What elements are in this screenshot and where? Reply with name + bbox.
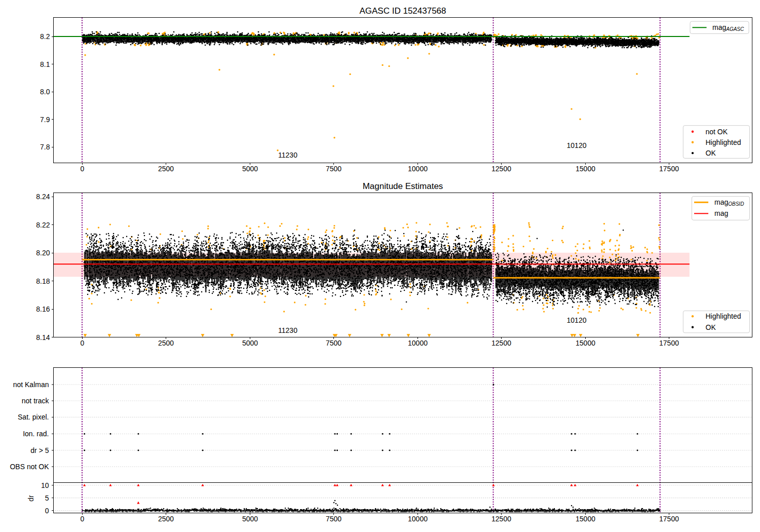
svg-text:8.20: 8.20 (36, 249, 50, 257)
svg-text:not Kalman: not Kalman (13, 381, 49, 389)
svg-text:Highlighted: Highlighted (706, 138, 741, 146)
svg-text:10120: 10120 (567, 141, 587, 149)
svg-text:0: 0 (81, 165, 85, 173)
svg-text:2500: 2500 (158, 339, 174, 347)
svg-text:8.14: 8.14 (36, 333, 50, 341)
svg-text:5000: 5000 (242, 165, 258, 173)
svg-text:8.1: 8.1 (40, 60, 50, 68)
svg-text:0: 0 (81, 339, 85, 347)
svg-text:Sat. pixel.: Sat. pixel. (18, 413, 49, 421)
svg-text:5000: 5000 (242, 339, 258, 347)
svg-text:AGASC ID 152437568: AGASC ID 152437568 (359, 6, 446, 16)
svg-text:Magnitude Estimates: Magnitude Estimates (363, 181, 443, 191)
svg-text:OBS not OK: OBS not OK (10, 463, 49, 471)
svg-text:5: 5 (45, 494, 49, 502)
svg-text:5000: 5000 (242, 515, 258, 523)
svg-text:11230: 11230 (278, 151, 297, 159)
svg-text:17500: 17500 (659, 515, 679, 523)
svg-text:8.22: 8.22 (36, 221, 50, 229)
svg-text:15000: 15000 (576, 515, 595, 523)
svg-text:15000: 15000 (576, 165, 595, 173)
svg-text:8.0: 8.0 (40, 88, 50, 96)
svg-text:0: 0 (81, 515, 85, 523)
svg-text:7.9: 7.9 (40, 116, 50, 124)
svg-text:not OK: not OK (706, 128, 728, 136)
svg-text:12500: 12500 (491, 515, 511, 523)
svg-text:2500: 2500 (158, 515, 174, 523)
svg-text:OK: OK (706, 149, 716, 157)
svg-text:Highlighted: Highlighted (706, 312, 741, 320)
svg-text:OK: OK (706, 323, 716, 331)
svg-text:12500: 12500 (491, 165, 511, 173)
svg-text:0: 0 (45, 507, 49, 515)
svg-text:8.16: 8.16 (36, 305, 50, 313)
svg-text:7500: 7500 (326, 515, 341, 523)
svg-text:8.18: 8.18 (36, 277, 50, 285)
svg-text:17500: 17500 (659, 339, 679, 347)
svg-text:12500: 12500 (491, 339, 511, 347)
svg-text:17500: 17500 (659, 165, 679, 173)
svg-text:10120: 10120 (567, 316, 587, 324)
svg-text:dr > 5: dr > 5 (30, 446, 49, 454)
svg-text:7500: 7500 (326, 165, 341, 173)
svg-text:dr: dr (27, 495, 35, 502)
svg-text:not track: not track (22, 397, 50, 405)
svg-text:15000: 15000 (576, 339, 595, 347)
svg-text:Ion. rad.: Ion. rad. (23, 430, 49, 438)
svg-text:11230: 11230 (278, 326, 297, 334)
svg-text:2500: 2500 (158, 165, 174, 173)
svg-text:10000: 10000 (408, 515, 428, 523)
svg-text:10000: 10000 (408, 165, 428, 173)
svg-text:10: 10 (41, 481, 49, 489)
svg-text:8.24: 8.24 (36, 193, 50, 201)
svg-text:10000: 10000 (408, 339, 428, 347)
svg-text:7.8: 7.8 (40, 143, 50, 151)
svg-text:7500: 7500 (326, 339, 341, 347)
svg-text:mag: mag (714, 209, 728, 217)
svg-text:8.2: 8.2 (40, 32, 50, 41)
